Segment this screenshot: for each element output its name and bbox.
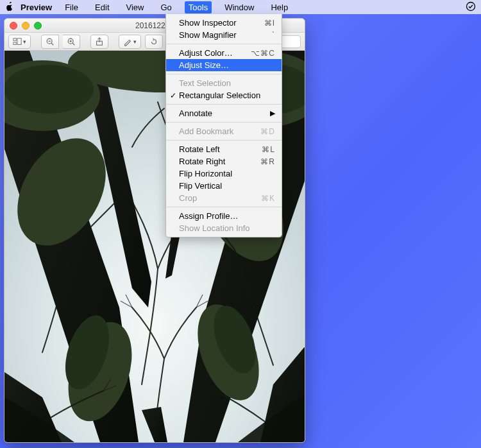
svg-rect-2 [13, 42, 16, 44]
menu-item-adjust-size[interactable]: Adjust Size… [166, 59, 282, 71]
svg-line-8 [72, 43, 74, 45]
menu-item-text-selection: Text Selection [166, 77, 282, 89]
svg-point-29 [4, 65, 94, 114]
menu-item-assign-profile[interactable]: Assign Profile… [166, 210, 282, 222]
apple-menu-icon[interactable] [5, 2, 14, 13]
app-name[interactable]: Preview [21, 3, 52, 12]
menu-item-crop: Crop⌘K [166, 192, 282, 204]
tools-menu-dropdown: Show Inspector⌘I Show Magnifier` Adjust … [165, 14, 282, 237]
menu-item-add-bookmark: Add Bookmark⌘D [166, 125, 282, 137]
menu-help[interactable]: Help [267, 1, 292, 13]
menu-item-flip-vertical[interactable]: Flip Vertical [166, 180, 282, 192]
close-button[interactable] [10, 22, 17, 30]
menu-tools[interactable]: Tools [185, 1, 212, 13]
menu-item-annotate[interactable]: Annotate▶ [166, 107, 282, 119]
rotate-button[interactable] [145, 35, 163, 49]
menu-file[interactable]: File [61, 1, 82, 13]
minimize-button[interactable] [22, 22, 30, 30]
menu-item-show-location-info: Show Location Info [166, 222, 282, 234]
view-mode-button[interactable]: ▾ [8, 35, 31, 49]
submenu-arrow-icon: ▶ [270, 109, 275, 117]
menu-go[interactable]: Go [156, 1, 175, 13]
menubar: Preview File Edit View Go Tools Window H… [0, 0, 481, 14]
menu-item-rotate-right[interactable]: Rotate Right⌘R [166, 155, 282, 168]
markup-button[interactable]: ▾ [119, 35, 141, 49]
menu-item-show-inspector[interactable]: Show Inspector⌘I [166, 17, 282, 29]
svg-rect-3 [17, 38, 21, 44]
zoom-button[interactable] [34, 22, 42, 30]
svg-point-0 [467, 2, 475, 10]
svg-line-5 [51, 43, 53, 45]
zoom-out-button[interactable] [41, 35, 59, 49]
menu-window[interactable]: Window [221, 1, 258, 13]
menu-item-rotate-left[interactable]: Rotate Left⌘L [166, 143, 282, 155]
svg-rect-1 [13, 38, 16, 40]
menu-item-show-magnifier[interactable]: Show Magnifier` [166, 29, 282, 41]
menu-item-flip-horizontal[interactable]: Flip Horizontal [166, 168, 282, 180]
menu-edit[interactable]: Edit [91, 1, 113, 13]
menu-item-rectangular-selection[interactable]: ✓Rectangular Selection [166, 89, 282, 101]
menubar-status-icon[interactable] [466, 1, 476, 13]
check-icon: ✓ [170, 91, 176, 100]
menu-item-adjust-color[interactable]: Adjust Color…⌥⌘C [166, 47, 282, 59]
menu-view[interactable]: View [122, 1, 148, 13]
share-button[interactable] [90, 35, 108, 49]
zoom-in-button[interactable] [63, 35, 80, 49]
